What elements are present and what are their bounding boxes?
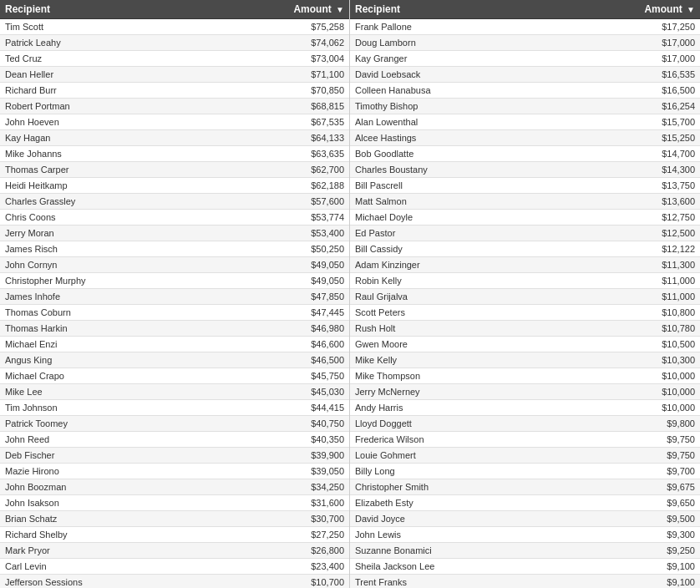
right-table-body: Frank Pallone$17,250Doug Lamborn$17,000K… bbox=[350, 19, 700, 589]
recipient-cell: Heidi Heitkamp bbox=[0, 178, 210, 194]
table-row: John Lewis$9,300 bbox=[350, 527, 700, 543]
amount-cell: $16,254 bbox=[559, 99, 700, 114]
recipient-cell: Patrick Toomey bbox=[0, 416, 210, 432]
recipient-cell: Chris Coons bbox=[0, 210, 210, 226]
amount-cell: $12,750 bbox=[559, 210, 700, 226]
recipient-cell: Mike Johanns bbox=[0, 146, 210, 162]
table-row: Mike Johanns$63,635 bbox=[0, 146, 349, 162]
recipient-cell: Robert Portman bbox=[0, 99, 210, 114]
left-sort-arrow: ▼ bbox=[336, 5, 344, 14]
amount-cell: $14,300 bbox=[559, 162, 700, 178]
recipient-cell: Patrick Leahy bbox=[0, 35, 210, 51]
amount-cell: $17,000 bbox=[559, 35, 700, 51]
recipient-cell: Frank Pallone bbox=[350, 19, 559, 35]
recipient-cell: Elizabeth Esty bbox=[350, 495, 559, 511]
recipient-cell: Mark Pryor bbox=[0, 543, 210, 559]
left-recipient-header[interactable]: Recipient bbox=[0, 0, 210, 19]
amount-cell: $47,445 bbox=[210, 305, 349, 321]
recipient-cell: Mike Lee bbox=[0, 384, 210, 400]
right-table-container: Recipient Amount ▼ Frank Pallone$17,250D… bbox=[350, 0, 700, 588]
recipient-cell: James Inhofe bbox=[0, 289, 210, 305]
table-row: Kay Hagan$64,133 bbox=[0, 130, 349, 146]
amount-cell: $45,030 bbox=[210, 384, 349, 400]
table-row: Michael Enzi$46,600 bbox=[0, 337, 349, 352]
left-table-container: Recipient Amount ▼ Tim Scott$75,258Patri… bbox=[0, 0, 350, 588]
amount-cell: $11,000 bbox=[559, 273, 700, 289]
amount-cell: $11,000 bbox=[559, 289, 700, 305]
recipient-cell: Raul Grijalva bbox=[350, 289, 559, 305]
amount-cell: $26,800 bbox=[210, 543, 349, 559]
table-row: Thomas Coburn$47,445 bbox=[0, 305, 349, 321]
table-row: Ted Cruz$73,004 bbox=[0, 51, 349, 67]
recipient-cell: Mike Kelly bbox=[350, 352, 559, 368]
table-row: Mazie Hirono$39,050 bbox=[0, 464, 349, 479]
table-row: Charles Grassley$57,600 bbox=[0, 194, 349, 210]
table-row: Rush Holt$10,780 bbox=[350, 321, 700, 337]
recipient-cell: Charles Grassley bbox=[0, 194, 210, 210]
amount-cell: $39,050 bbox=[210, 464, 349, 479]
recipient-cell: Angus King bbox=[0, 352, 210, 368]
recipient-cell: Tim Johnson bbox=[0, 400, 210, 416]
amount-cell: $11,300 bbox=[559, 257, 700, 273]
amount-cell: $12,500 bbox=[559, 226, 700, 241]
recipient-cell: Thomas Carper bbox=[0, 162, 210, 178]
table-row: Richard Shelby$27,250 bbox=[0, 527, 349, 543]
amount-cell: $70,850 bbox=[210, 83, 349, 99]
table-row: Mark Pryor$26,800 bbox=[0, 543, 349, 559]
amount-cell: $10,700 bbox=[210, 575, 349, 589]
recipient-cell: Colleen Hanabusa bbox=[350, 83, 559, 99]
recipient-cell: Lloyd Doggett bbox=[350, 416, 559, 432]
recipient-cell: John Hoeven bbox=[0, 114, 210, 130]
recipient-cell: Jerry Moran bbox=[0, 226, 210, 241]
recipient-cell: Billy Long bbox=[350, 464, 559, 479]
amount-cell: $50,250 bbox=[210, 241, 349, 257]
table-row: Alcee Hastings$15,250 bbox=[350, 130, 700, 146]
table-row: Jerry McNerney$10,000 bbox=[350, 384, 700, 400]
recipient-cell: Adam Kinzinger bbox=[350, 257, 559, 273]
recipient-cell: Bill Pascrell bbox=[350, 178, 559, 194]
recipient-cell: Thomas Harkin bbox=[0, 321, 210, 337]
amount-cell: $9,750 bbox=[559, 432, 700, 448]
amount-cell: $17,250 bbox=[559, 19, 700, 35]
amount-cell: $10,000 bbox=[559, 400, 700, 416]
recipient-cell: Tim Scott bbox=[0, 19, 210, 35]
right-recipient-header[interactable]: Recipient bbox=[350, 0, 559, 19]
amount-cell: $10,300 bbox=[559, 352, 700, 368]
table-row: Michael Doyle$12,750 bbox=[350, 210, 700, 226]
amount-cell: $17,000 bbox=[559, 51, 700, 67]
table-row: Robin Kelly$11,000 bbox=[350, 273, 700, 289]
table-row: David Joyce$9,500 bbox=[350, 511, 700, 527]
table-row: Louie Gohmert$9,750 bbox=[350, 448, 700, 464]
recipient-cell: Michael Enzi bbox=[0, 337, 210, 352]
right-amount-header[interactable]: Amount ▼ bbox=[559, 0, 700, 19]
amount-cell: $46,600 bbox=[210, 337, 349, 352]
amount-cell: $10,000 bbox=[559, 368, 700, 384]
amount-cell: $14,700 bbox=[559, 146, 700, 162]
table-row: Jerry Moran$53,400 bbox=[0, 226, 349, 241]
recipient-cell: Sheila Jackson Lee bbox=[350, 559, 559, 575]
table-row: Frank Pallone$17,250 bbox=[350, 19, 700, 35]
left-amount-header[interactable]: Amount ▼ bbox=[210, 0, 349, 19]
amount-cell: $44,415 bbox=[210, 400, 349, 416]
table-row: Tim Johnson$44,415 bbox=[0, 400, 349, 416]
left-table: Recipient Amount ▼ Tim Scott$75,258Patri… bbox=[0, 0, 349, 588]
recipient-cell: John Boozman bbox=[0, 479, 210, 495]
recipient-cell: Ted Cruz bbox=[0, 51, 210, 67]
recipient-cell: Frederica Wilson bbox=[350, 432, 559, 448]
recipient-cell: Michael Crapo bbox=[0, 368, 210, 384]
recipient-cell: Brian Schatz bbox=[0, 511, 210, 527]
amount-cell: $9,700 bbox=[559, 464, 700, 479]
amount-cell: $9,100 bbox=[559, 575, 700, 589]
table-row: Adam Kinzinger$11,300 bbox=[350, 257, 700, 273]
recipient-cell: David Joyce bbox=[350, 511, 559, 527]
table-row: Doug Lamborn$17,000 bbox=[350, 35, 700, 51]
table-row: James Risch$50,250 bbox=[0, 241, 349, 257]
amount-cell: $16,500 bbox=[559, 83, 700, 99]
recipient-cell: John Lewis bbox=[350, 527, 559, 543]
recipient-cell: Kay Granger bbox=[350, 51, 559, 67]
amount-cell: $39,900 bbox=[210, 448, 349, 464]
recipient-cell: Andy Harris bbox=[350, 400, 559, 416]
amount-cell: $53,774 bbox=[210, 210, 349, 226]
amount-cell: $9,650 bbox=[559, 495, 700, 511]
recipient-cell: Dean Heller bbox=[0, 67, 210, 83]
